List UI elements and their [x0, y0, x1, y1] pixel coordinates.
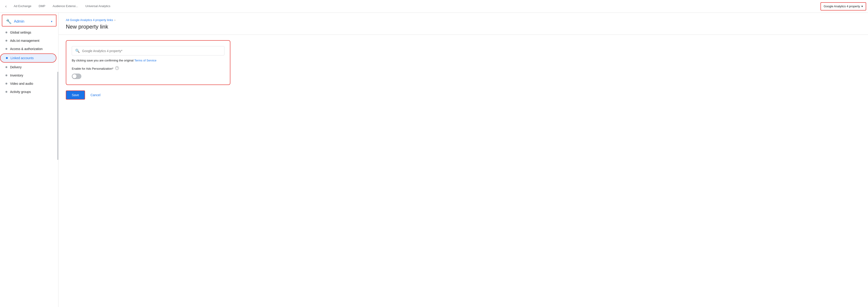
sidebar-item-ads-txt-label: Ads.txt management — [10, 39, 39, 42]
sidebar-item-linked-accounts[interactable]: Linked accounts — [0, 54, 57, 63]
tab-audience-extensi-label: Audience Extensi... — [53, 4, 78, 8]
sidebar-item-access-auth[interactable]: Access & authorization — [0, 45, 56, 53]
toggle-label: Enable for Ads Personalization* — [72, 67, 113, 70]
tab-dmp-label: DMP — [39, 4, 45, 8]
action-buttons: Save Cancel — [59, 85, 868, 105]
breadcrumb-link[interactable]: All Google Analytics 4 property links — [66, 18, 113, 22]
cancel-button[interactable]: Cancel — [89, 91, 102, 99]
search-icon: 🔍 — [75, 49, 80, 53]
sidebar-item-access-auth-label: Access & authorization — [10, 47, 42, 51]
svg-text:?: ? — [116, 67, 118, 69]
sidebar-item-activity-groups[interactable]: Activity groups — [0, 88, 56, 96]
breadcrumb-chevron-icon: › — [115, 19, 116, 22]
sidebar-item-inventory-label: Inventory — [10, 73, 23, 77]
toggle-row: Enable for Ads Personalization* ? — [72, 66, 224, 71]
dot-icon — [5, 83, 7, 84]
sidebar-item-global-settings[interactable]: Global settings — [0, 28, 56, 37]
save-button[interactable]: Save — [66, 91, 85, 100]
tab-universal-analytics[interactable]: Universal Analytics — [82, 0, 114, 13]
ga4-property-search-input[interactable] — [82, 49, 221, 53]
dot-active-icon — [6, 57, 8, 59]
top-nav-tabs: Ad Exchange DMP Audience Extensi... Univ… — [10, 0, 818, 13]
dot-icon — [5, 74, 7, 76]
toggle-thumb — [72, 74, 76, 78]
tab-audience-extensi[interactable]: Audience Extensi... — [49, 0, 82, 13]
terms-text-prefix: By clicking save you are confirming the … — [72, 59, 133, 62]
sidebar-item-video-audio[interactable]: Video and audio — [0, 79, 56, 88]
search-field[interactable]: 🔍 — [72, 46, 224, 56]
ga4-property-dropdown-label: Google Analytics 4 property — [824, 5, 860, 8]
sidebar-scrollbar[interactable] — [57, 13, 58, 307]
admin-label: Admin — [14, 20, 24, 24]
wrench-icon: 🔧 — [6, 19, 12, 24]
sidebar-item-inventory[interactable]: Inventory — [0, 71, 56, 79]
form-card: 🔍 By clicking save you are confirming th… — [66, 40, 230, 85]
tab-ad-exchange-label: Ad Exchange — [14, 4, 31, 8]
top-nav: ‹ Ad Exchange DMP Audience Extensi... Un… — [0, 0, 868, 13]
content-area: All Google Analytics 4 property links › … — [59, 13, 868, 307]
sidebar: 🔧 Admin ▾ Global settings Ads.txt manage… — [0, 13, 59, 307]
terms-of-service-link[interactable]: Terms of Service — [134, 59, 157, 62]
ads-personalization-toggle[interactable] — [72, 73, 81, 79]
sidebar-item-activity-groups-label: Activity groups — [10, 90, 31, 94]
back-button[interactable]: ‹ — [2, 2, 10, 10]
ga4-property-dropdown[interactable]: Google Analytics 4 property ▾ — [820, 2, 866, 10]
help-icon[interactable]: ? — [115, 66, 119, 71]
dot-icon — [5, 91, 7, 93]
dot-icon — [5, 66, 7, 68]
sidebar-scrollbar-thumb — [57, 72, 58, 160]
tab-universal-analytics-label: Universal Analytics — [86, 4, 111, 8]
tab-ad-exchange[interactable]: Ad Exchange — [10, 0, 35, 13]
dot-icon — [5, 40, 7, 42]
terms-text: By clicking save you are confirming the … — [72, 59, 224, 62]
tab-dmp[interactable]: DMP — [35, 0, 49, 13]
main-layout: 🔧 Admin ▾ Global settings Ads.txt manage… — [0, 13, 868, 307]
sidebar-item-delivery[interactable]: Delivery — [0, 63, 56, 71]
breadcrumb: All Google Analytics 4 property links › — [59, 13, 868, 24]
dot-icon — [5, 48, 7, 50]
admin-chevron-icon: ▾ — [51, 20, 52, 23]
sidebar-item-video-audio-label: Video and audio — [10, 82, 33, 86]
page-title: New property link — [59, 24, 868, 34]
sidebar-item-global-settings-label: Global settings — [10, 31, 31, 34]
dot-icon — [5, 32, 7, 33]
sidebar-item-delivery-label: Delivery — [10, 65, 22, 69]
content-divider — [59, 34, 868, 35]
chevron-down-icon: ▾ — [861, 5, 863, 8]
sidebar-item-linked-accounts-label: Linked accounts — [10, 56, 34, 60]
sidebar-item-ads-txt[interactable]: Ads.txt management — [0, 37, 56, 45]
admin-nav-item[interactable]: 🔧 Admin ▾ — [2, 14, 57, 27]
